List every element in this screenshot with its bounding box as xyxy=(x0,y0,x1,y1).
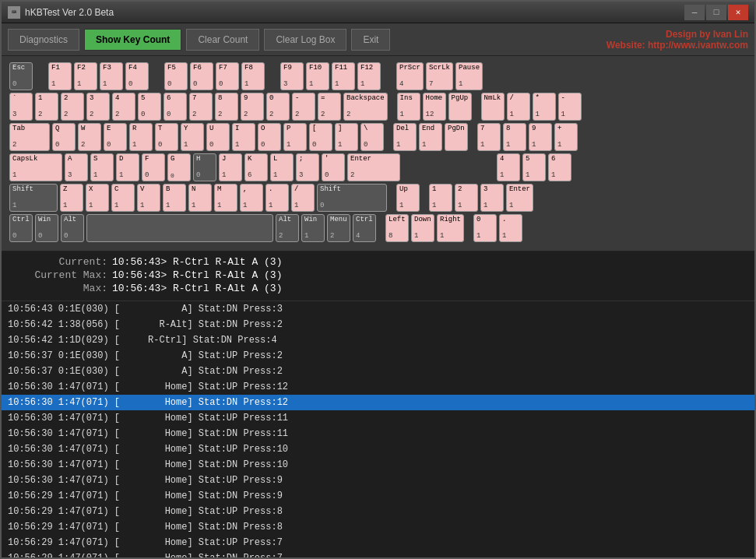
key-num-enter[interactable]: Enter1 xyxy=(506,184,533,212)
log-entry[interactable]: 10:56:37 0:1E(030) [ A] Stat:DN Press:2 xyxy=(2,364,754,379)
key-e[interactable]: E0 xyxy=(104,123,127,151)
key-home[interactable]: Home12 xyxy=(423,93,446,121)
key-y[interactable]: Y1 xyxy=(181,123,204,151)
key-f5[interactable]: F50 xyxy=(164,62,188,90)
key-rbracket[interactable]: ]1 xyxy=(335,123,358,151)
key-rshift[interactable]: Shift0 xyxy=(317,184,387,212)
key-num3[interactable]: 31 xyxy=(480,184,504,212)
log-entry[interactable]: 10:56:42 1:38(056) [ R-Alt] Stat:DN Pres… xyxy=(2,317,754,332)
key-9[interactable]: 92 xyxy=(241,93,264,121)
clear-count-button[interactable]: Clear Count xyxy=(186,29,259,51)
key-del[interactable]: Del1 xyxy=(393,123,417,151)
key-b[interactable]: B1 xyxy=(163,184,186,212)
key-f10[interactable]: F101 xyxy=(306,62,329,90)
key-2[interactable]: 22 xyxy=(61,93,84,121)
key-f1[interactable]: F11 xyxy=(48,62,72,90)
key-end[interactable]: End1 xyxy=(419,123,442,151)
key-lctrl[interactable]: Ctrl0 xyxy=(9,214,33,242)
key-f12[interactable]: F121 xyxy=(357,62,381,90)
key-6[interactable]: 60 xyxy=(164,93,187,121)
key-r[interactable]: R1 xyxy=(129,123,153,151)
diagnostics-button[interactable]: Diagnostics xyxy=(8,29,79,51)
log-entry[interactable]: 10:56:30 1:47(071) [ Home] Stat:UP Press… xyxy=(2,410,754,426)
key-lalt[interactable]: Alt0 xyxy=(61,214,84,242)
key-numlk[interactable]: NmLk xyxy=(481,93,505,121)
log-entry[interactable]: 10:56:42 1:1D(029) [ R-Ctrl] Stat:DN Pre… xyxy=(2,332,754,348)
key-period[interactable]: .1 xyxy=(265,184,289,212)
log-entry[interactable]: 10:56:30 1:47(071) [ Home] Stat:UP Press… xyxy=(2,441,754,457)
key-d[interactable]: D1 xyxy=(116,153,139,181)
key-num9[interactable]: 91 xyxy=(529,123,552,151)
key-5[interactable]: 50 xyxy=(138,93,161,121)
key-right[interactable]: Right1 xyxy=(437,214,464,242)
key-num6[interactable]: 61 xyxy=(548,153,571,181)
maximize-button[interactable]: □ xyxy=(706,5,726,20)
key-menu[interactable]: Menu2 xyxy=(327,214,350,242)
key-num-dot[interactable]: .1 xyxy=(499,214,522,242)
key-g[interactable]: G0 xyxy=(167,153,191,181)
key-lshift[interactable]: Shift1 xyxy=(9,184,58,212)
key-ralt[interactable]: Alt2 xyxy=(276,214,299,242)
key-f6[interactable]: F60 xyxy=(190,62,213,90)
key-q[interactable]: Q0 xyxy=(52,123,76,151)
log-entry[interactable]: 10:56:30 1:47(071) [ Home] Stat:DN Press… xyxy=(2,457,754,473)
exit-button[interactable]: Exit xyxy=(351,29,390,51)
key-backtick[interactable]: `3 xyxy=(9,93,33,121)
key-z[interactable]: Z1 xyxy=(60,184,83,212)
key-ins[interactable]: Ins1 xyxy=(397,93,420,121)
key-8[interactable]: 82 xyxy=(215,93,238,121)
log-entry[interactable]: 10:56:30 1:47(071) [ Home] Stat:UP Press… xyxy=(2,473,754,488)
log-entry[interactable]: 10:56:37 0:1E(030) [ A] Stat:UP Press:2 xyxy=(2,348,754,364)
key-p[interactable]: P1 xyxy=(283,123,307,151)
key-esc[interactable]: Esc0 xyxy=(9,62,33,90)
key-x[interactable]: X1 xyxy=(86,184,109,212)
key-4[interactable]: 42 xyxy=(112,93,135,121)
key-space[interactable] xyxy=(86,214,273,242)
key-minus[interactable]: -2 xyxy=(292,93,315,121)
key-num2[interactable]: 21 xyxy=(455,184,478,212)
key-pgdn[interactable]: PgDn xyxy=(445,123,468,151)
key-0[interactable]: 02 xyxy=(266,93,290,121)
key-comma[interactable]: ,1 xyxy=(240,184,263,212)
key-tab[interactable]: Tab2 xyxy=(9,123,50,151)
key-h[interactable]: H0 xyxy=(193,153,216,181)
key-f4[interactable]: F40 xyxy=(125,62,149,90)
key-semicolon[interactable]: ;3 xyxy=(296,153,319,181)
log-entry[interactable]: 10:56:29 1:47(071) [ Home] Stat:UP Press… xyxy=(2,504,754,519)
key-down[interactable]: Down1 xyxy=(411,214,434,242)
key-backspace[interactable]: Backspace2 xyxy=(343,93,388,121)
key-capslock[interactable]: CapsLk1 xyxy=(9,153,62,181)
log-entry[interactable]: 10:56:29 1:47(071) [ Home] Stat:DN Press… xyxy=(2,550,754,559)
log-entry[interactable]: 10:56:29 1:47(071) [ Home] Stat:DN Press… xyxy=(2,519,754,535)
key-7[interactable]: 72 xyxy=(189,93,213,121)
key-num-star[interactable]: *1 xyxy=(533,93,556,121)
log-entry[interactable]: 10:56:30 1:47(071) [ Home] Stat:DN Press… xyxy=(2,395,754,410)
key-rwin[interactable]: Win1 xyxy=(301,214,325,242)
key-n[interactable]: N1 xyxy=(188,184,212,212)
key-f8[interactable]: F81 xyxy=(241,62,265,90)
key-m[interactable]: M1 xyxy=(214,184,237,212)
key-f[interactable]: F0 xyxy=(142,153,165,181)
key-scrlk[interactable]: ScrLk7 xyxy=(426,62,453,90)
key-3[interactable]: 32 xyxy=(86,93,110,121)
key-quote[interactable]: '0 xyxy=(322,153,345,181)
log-entry[interactable]: 10:56:30 1:47(071) [ Home] Stat:UP Press… xyxy=(2,379,754,395)
key-k[interactable]: K6 xyxy=(244,153,268,181)
key-s[interactable]: S1 xyxy=(90,153,114,181)
key-num-plus[interactable]: +1 xyxy=(554,123,578,151)
key-i[interactable]: I1 xyxy=(232,123,255,151)
key-w[interactable]: W2 xyxy=(78,123,101,151)
key-rctrl[interactable]: Ctrl4 xyxy=(353,214,376,242)
key-equals[interactable]: =2 xyxy=(318,93,341,121)
log-entry[interactable]: 10:56:30 1:47(071) [ Home] Stat:DN Press… xyxy=(2,426,754,441)
minimize-button[interactable]: — xyxy=(684,5,705,20)
key-num7[interactable]: 71 xyxy=(477,123,501,151)
log-entry[interactable]: 10:56:29 1:47(071) [ Home] Stat:UP Press… xyxy=(2,535,754,550)
key-num-slash[interactable]: /1 xyxy=(507,93,530,121)
key-enter[interactable]: Enter2 xyxy=(347,153,400,181)
show-key-count-button[interactable]: Show Key Count xyxy=(84,29,181,51)
log-entry[interactable]: 10:56:29 1:47(071) [ Home] Stat:DN Press… xyxy=(2,488,754,504)
key-t[interactable]: T0 xyxy=(155,123,178,151)
key-num5[interactable]: 51 xyxy=(522,153,546,181)
key-num4[interactable]: 41 xyxy=(497,153,520,181)
